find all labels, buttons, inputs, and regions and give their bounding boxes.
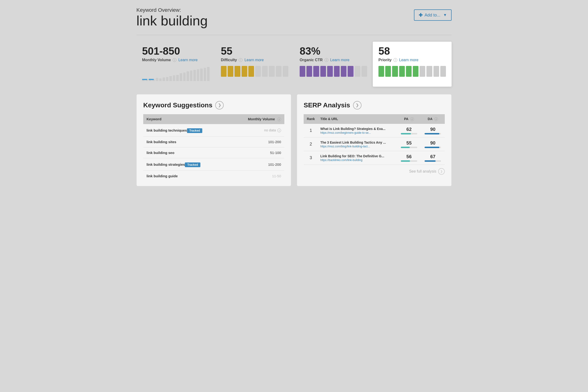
volume-bar xyxy=(197,69,199,81)
page-title: link building xyxy=(136,13,208,28)
serp-cell-title: Link Building for SEO: The Definitive G.… xyxy=(318,151,397,165)
serp-analysis-panel: SERP Analysis ❯ Rank Title & URL PA i DA xyxy=(297,94,452,186)
ctr-bar-segment xyxy=(341,66,347,77)
priority-label: Priority xyxy=(379,58,392,62)
serp-pa-score: 56 xyxy=(399,154,418,160)
ctr-bar-segment xyxy=(334,66,340,77)
pa-mini-bar xyxy=(401,133,411,134)
serp-da-score: 90 xyxy=(423,140,442,146)
priority-info-icon[interactable]: i xyxy=(393,58,397,62)
da-mini-bar xyxy=(424,160,436,162)
ctr-bar-segment xyxy=(320,66,326,77)
volume-bar xyxy=(159,78,162,81)
difficulty-bar-segment xyxy=(283,66,288,77)
priority-bar-segment xyxy=(413,66,418,77)
priority-value: 58 xyxy=(379,46,446,57)
da-mini-bar xyxy=(424,147,439,148)
serp-table-row: 1What is Link Building? Strategies & Exa… xyxy=(304,124,445,138)
ctr-bar-segment xyxy=(306,66,312,77)
volume-learn-more[interactable]: Learn more xyxy=(178,58,197,62)
volume-col-info-icon[interactable]: i xyxy=(277,118,281,121)
kw-cell-volume: 11-50 xyxy=(229,171,284,182)
priority-stat-card: 58 Priority i Learn more xyxy=(373,42,452,86)
serp-table-row: 2The 3 Easiest Link Building Tactics Any… xyxy=(304,138,445,151)
difficulty-learn-more[interactable]: Learn more xyxy=(244,58,264,62)
volume-bar xyxy=(169,76,172,81)
volume-bar xyxy=(166,77,169,81)
kw-name[interactable]: link building sites xyxy=(147,140,176,144)
serp-url-link[interactable]: https://backlinko.com/link-building xyxy=(320,158,395,162)
ctr-bar-segment xyxy=(313,66,319,77)
ctr-stat-card: 83% Organic CTR i Learn more xyxy=(294,42,373,86)
priority-bar-segment xyxy=(440,66,446,77)
see-full-analysis-link[interactable]: See full analysis ❯ xyxy=(409,168,445,175)
volume-dash-1 xyxy=(142,79,147,80)
ctr-learn-more[interactable]: Learn more xyxy=(330,58,350,62)
add-to-label: Add to... xyxy=(424,13,440,18)
kw-col-volume: Monthly Volume i xyxy=(229,114,284,124)
kw-cell-keyword: link building strategiesTracked xyxy=(143,158,229,171)
pa-mini-bar xyxy=(401,147,410,148)
volume-bar xyxy=(204,68,206,81)
kw-name[interactable]: link building guide xyxy=(147,174,178,178)
serp-col-pa: PA i xyxy=(397,114,421,124)
kw-table-row: link building seo51-100 xyxy=(143,148,284,158)
serp-col-rank: Rank xyxy=(304,114,318,124)
serp-col-da: DA i xyxy=(421,114,445,124)
no-data-info-icon[interactable]: i xyxy=(277,128,281,132)
kw-cell-keyword: link building guide xyxy=(143,171,229,182)
volume-label-row: Monthly Volume i Learn more xyxy=(142,58,209,62)
serp-cell-pa: 62 xyxy=(397,124,421,138)
ctr-info-icon[interactable]: i xyxy=(325,58,328,62)
ctr-bar-segment xyxy=(348,66,353,77)
priority-bar-segment xyxy=(392,66,398,77)
priority-bar-segment xyxy=(420,66,425,77)
volume-bar xyxy=(193,70,196,81)
volume-bar xyxy=(173,75,176,81)
kw-name[interactable]: link building strategies xyxy=(147,162,185,166)
kw-table-body: link building techniquesTrackedno datail… xyxy=(143,124,284,181)
volume-bar xyxy=(200,68,203,81)
priority-bar-segment xyxy=(379,66,384,77)
stats-row: 501-850 Monthly Volume i Learn more 55 D… xyxy=(136,42,452,86)
difficulty-bar-segment xyxy=(241,66,247,77)
tracked-badge: Tracked xyxy=(185,162,200,167)
difficulty-bar-segment xyxy=(262,66,268,77)
serp-analysis-chevron-icon[interactable]: ❯ xyxy=(353,101,362,110)
see-full-chevron-icon: ❯ xyxy=(438,168,445,175)
serp-title-text: Link Building for SEO: The Definitive G.… xyxy=(320,154,384,158)
see-full-analysis-row: See full analysis ❯ xyxy=(304,168,445,175)
serp-cell-title: What is Link Building? Strategies & Exa.… xyxy=(318,124,397,138)
difficulty-bar-segment xyxy=(255,66,261,77)
da-mini-bar xyxy=(424,133,439,134)
add-to-button[interactable]: ✚ Add to... ▼ xyxy=(414,10,452,21)
kw-table-row: link building strategiesTracked101-200 xyxy=(143,158,284,171)
volume-bar xyxy=(207,67,209,81)
volume-bar xyxy=(187,71,189,81)
kw-name[interactable]: link building seo xyxy=(147,151,174,155)
serp-url-link[interactable]: https://moz.com/beginners-guide-to-se... xyxy=(320,131,395,134)
keyword-suggestions-chevron-icon[interactable]: ❯ xyxy=(215,101,224,110)
kw-name[interactable]: link building techniques xyxy=(147,128,187,132)
priority-bar-segment xyxy=(406,66,411,77)
serp-url-link[interactable]: https://moz.com/blog/link-building-tact.… xyxy=(320,145,395,148)
volume-info-icon[interactable]: i xyxy=(173,58,176,62)
pa-col-info-icon[interactable]: i xyxy=(410,117,414,121)
difficulty-info-icon[interactable]: i xyxy=(239,58,242,62)
priority-learn-more[interactable]: Learn more xyxy=(399,58,418,62)
serp-col-title-url: Title & URL xyxy=(318,114,397,124)
panels-row: Keyword Suggestions ❯ Keyword Monthly Vo… xyxy=(136,94,452,186)
priority-bar-segment xyxy=(433,66,439,77)
serp-cell-title: The 3 Easiest Link Building Tactics Any … xyxy=(318,138,397,151)
tracked-badge: Tracked xyxy=(187,128,202,133)
ctr-bar-segment xyxy=(355,66,360,77)
chevron-down-icon: ▼ xyxy=(443,13,447,17)
pa-mini-bar xyxy=(401,160,410,162)
volume-bar xyxy=(156,78,158,81)
da-col-info-icon[interactable]: i xyxy=(434,117,438,121)
difficulty-bar-segment xyxy=(228,66,233,77)
page-subtitle: Keyword Overview: xyxy=(136,7,208,13)
priority-label-row: Priority i Learn more xyxy=(379,58,446,62)
serp-cell-rank: 3 xyxy=(304,151,318,165)
volume-bar xyxy=(176,75,179,81)
